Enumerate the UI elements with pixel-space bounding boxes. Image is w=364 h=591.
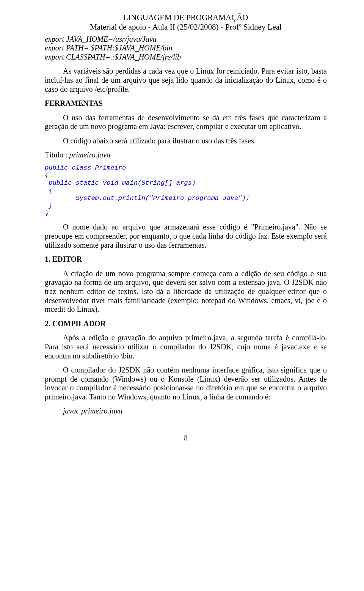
document-header: LINGUAGEM DE PROGRAMAÇÃO Material de apo… [45, 13, 327, 32]
code-line-6: } [45, 202, 52, 209]
paragraph-compilador-1: Após a edição e gravação do arquivo prim… [45, 333, 327, 360]
heading-compilador: 2. COMPILADOR [45, 319, 327, 329]
code-line-3: public static void main(String[] args) [45, 179, 196, 187]
heading-editor: 1. EDITOR [45, 255, 327, 264]
env-line-3: export CLASSPATH=.:$JAVA_HOME/jre/lib [45, 53, 327, 62]
paragraph-env: As variáveis são perdidas a cada vez que… [45, 67, 327, 94]
document-page: LINGUAGEM DE PROGRAMAÇÃO Material de apo… [0, 0, 364, 450]
code-line-4: { [45, 187, 52, 194]
command-line: javac primeiro.java [63, 407, 327, 416]
header-title: LINGUAGEM DE PROGRAMAÇÃO [45, 13, 327, 22]
header-subtitle: Material de apoio - Aula II (25/02/2008)… [45, 22, 327, 32]
page-number: 8 [45, 434, 327, 442]
env-line-2: export PATH= $PATH:$JAVA_HOME/bin [45, 44, 327, 53]
title-prefix: Título : [45, 151, 69, 159]
code-line-5: System.out.println("Primeiro programa Ja… [45, 195, 250, 202]
paragraph-ferramentas-1: O uso das ferramentas de desenvolvimento… [45, 113, 327, 131]
code-block: public class Primeiro { public static vo… [45, 164, 327, 217]
paragraph-nome: O nome dado ao arquivo que armazenará es… [45, 223, 327, 250]
code-title: Título : primeiro.java [45, 151, 327, 160]
code-line-1: public class Primeiro [45, 164, 126, 171]
paragraph-ferramentas-2: O código abaixo será utilizado para ilus… [45, 137, 327, 146]
paragraph-editor: A criação de um novo programa sempre com… [45, 269, 327, 314]
env-block: export JAVA_HOME=/usr/java/Java export P… [45, 35, 327, 62]
paragraph-compilador-2: O compilador do J2SDK não contém nenhuma… [45, 366, 327, 401]
env-line-1: export JAVA_HOME=/usr/java/Java [45, 35, 327, 44]
heading-ferramentas: FERRAMENTAS [45, 99, 327, 108]
code-line-2: { [45, 172, 49, 179]
title-filename: primeiro.java [69, 151, 110, 159]
code-line-7: } [45, 210, 49, 217]
